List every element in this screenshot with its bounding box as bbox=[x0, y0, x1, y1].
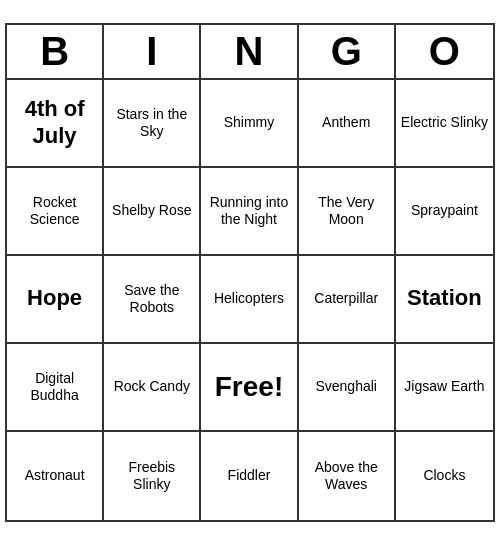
bingo-cell[interactable]: Station bbox=[396, 256, 493, 344]
bingo-cell[interactable]: Save the Robots bbox=[104, 256, 201, 344]
bingo-cell[interactable]: Hope bbox=[7, 256, 104, 344]
bingo-cell[interactable]: Running into the Night bbox=[201, 168, 298, 256]
bingo-grid: 4th of JulyStars in the SkyShimmyAnthemE… bbox=[7, 80, 493, 520]
bingo-cell[interactable]: Caterpillar bbox=[299, 256, 396, 344]
header-letter: B bbox=[7, 25, 104, 78]
bingo-cell[interactable]: Svenghali bbox=[299, 344, 396, 432]
bingo-cell[interactable]: Anthem bbox=[299, 80, 396, 168]
bingo-cell[interactable]: Clocks bbox=[396, 432, 493, 520]
bingo-cell[interactable]: Rock Candy bbox=[104, 344, 201, 432]
header-letter: O bbox=[396, 25, 493, 78]
bingo-cell[interactable]: Digital Buddha bbox=[7, 344, 104, 432]
bingo-cell[interactable]: Stars in the Sky bbox=[104, 80, 201, 168]
bingo-cell[interactable]: Shelby Rose bbox=[104, 168, 201, 256]
header-letter: N bbox=[201, 25, 298, 78]
bingo-cell[interactable]: Astronaut bbox=[7, 432, 104, 520]
bingo-card: BINGO 4th of JulyStars in the SkyShimmyA… bbox=[5, 23, 495, 522]
header-letter: G bbox=[299, 25, 396, 78]
bingo-cell[interactable]: Helicopters bbox=[201, 256, 298, 344]
bingo-cell[interactable]: Jigsaw Earth bbox=[396, 344, 493, 432]
bingo-cell[interactable]: Electric Slinky bbox=[396, 80, 493, 168]
bingo-cell[interactable]: 4th of July bbox=[7, 80, 104, 168]
bingo-cell[interactable]: Free! bbox=[201, 344, 298, 432]
bingo-cell[interactable]: Freebis Slinky bbox=[104, 432, 201, 520]
header-letter: I bbox=[104, 25, 201, 78]
bingo-cell[interactable]: The Very Moon bbox=[299, 168, 396, 256]
bingo-cell[interactable]: Spraypaint bbox=[396, 168, 493, 256]
bingo-cell[interactable]: Rocket Science bbox=[7, 168, 104, 256]
bingo-cell[interactable]: Fiddler bbox=[201, 432, 298, 520]
bingo-cell[interactable]: Above the Waves bbox=[299, 432, 396, 520]
bingo-cell[interactable]: Shimmy bbox=[201, 80, 298, 168]
bingo-header: BINGO bbox=[7, 25, 493, 80]
